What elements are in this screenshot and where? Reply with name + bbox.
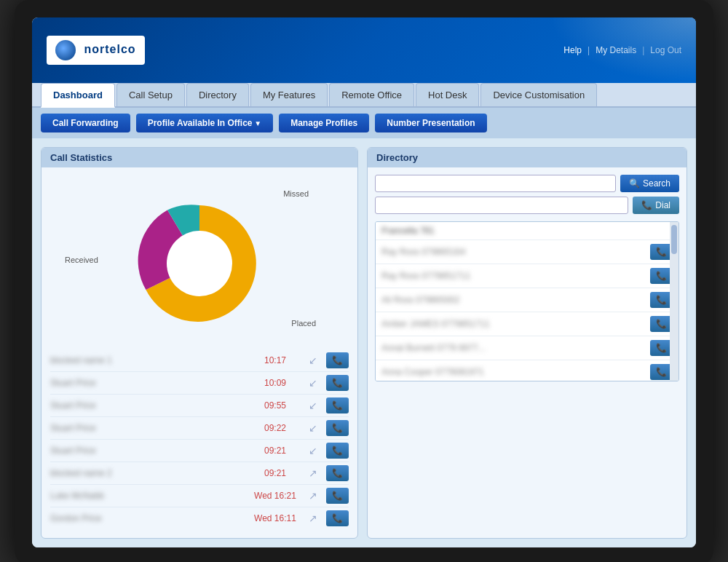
call-direction-icon: ↗ xyxy=(304,512,322,524)
tab-remote-office[interactable]: Remote Office xyxy=(329,83,414,106)
call-time: 10:09 xyxy=(246,378,304,388)
tab-hot-desk[interactable]: Hot Desk xyxy=(416,83,479,106)
header-links: Help | My Details | Log Out xyxy=(563,45,681,55)
dir-item-name: Ray Ross 079865164 xyxy=(381,247,646,257)
call-name: Gordon Price xyxy=(50,513,246,523)
app-window: nortelco Help | My Details | Log Out Das… xyxy=(32,17,696,547)
search-button[interactable]: 🔍 Search xyxy=(620,175,679,192)
dir-item-name: Amber JAMES 0779851711 xyxy=(381,319,646,329)
call-item: Stuart Price 10:09 ↙ 📞 xyxy=(50,372,349,395)
action-bar: Call Forwarding Profile Available In Off… xyxy=(32,108,696,138)
dir-item-name: Anna Cooper 0779081971 xyxy=(381,367,646,377)
search-input[interactable] xyxy=(375,175,616,192)
list-item: Ray Ross 079865164 📞 xyxy=(376,240,678,264)
directory-header: Directory xyxy=(368,148,687,167)
call-button[interactable]: 📞 xyxy=(326,465,349,481)
dial-phone-icon: 📞 xyxy=(641,200,652,210)
directory-panel: Directory 🔍 Search 📞 Dial xyxy=(367,147,687,539)
donut-hole xyxy=(167,231,232,296)
manage-profiles-button[interactable]: Manage Profiles xyxy=(279,114,369,132)
call-forwarding-button[interactable]: Call Forwarding xyxy=(41,114,130,132)
call-direction-icon: ↙ xyxy=(304,422,322,434)
call-button[interactable]: 📞 xyxy=(326,375,349,391)
header: nortelco Help | My Details | Log Out xyxy=(32,17,696,83)
call-time: 09:55 xyxy=(246,400,304,411)
call-item: Gordon Price Wed 16:11 ↗ 📞 xyxy=(50,507,349,529)
call-name: Stuart Price xyxy=(50,446,246,456)
call-direction-icon: ↙ xyxy=(304,445,322,456)
call-button[interactable]: 📞 xyxy=(326,352,349,368)
call-direction-icon: ↗ xyxy=(304,467,322,479)
dir-item-header: Francella 781 xyxy=(376,222,678,240)
search-row: 🔍 Search xyxy=(375,175,679,192)
tab-dashboard[interactable]: Dashboard xyxy=(41,83,115,108)
call-time: 09:21 xyxy=(246,446,304,456)
call-name: Stuart Price xyxy=(50,423,246,433)
call-item: Stuart Price 09:22 ↙ 📞 xyxy=(50,417,349,440)
call-name: Stuart Price xyxy=(50,378,246,388)
call-item: Luke McNabb Wed 16:21 ↗ 📞 xyxy=(50,485,349,507)
call-statistics-body: Missed Placed Received blocked name 1 10… xyxy=(41,167,357,538)
dial-button[interactable]: 📞 Dial xyxy=(633,197,679,214)
call-direction-icon: ↙ xyxy=(304,355,322,366)
call-direction-icon: ↗ xyxy=(304,490,322,502)
call-time: Wed 16:21 xyxy=(246,491,304,501)
list-item: Anna Cooper 0779081971 📞 xyxy=(376,360,678,381)
my-details-link[interactable]: My Details xyxy=(596,45,636,55)
number-presentation-button[interactable]: Number Presentation xyxy=(375,114,486,132)
dir-item-name: Annal Burnett 0779 8977... xyxy=(381,343,646,353)
scrollbar-track xyxy=(670,222,678,381)
tab-call-setup[interactable]: Call Setup xyxy=(116,83,185,106)
call-name: Stuart Price xyxy=(50,400,246,411)
sep1: | xyxy=(587,45,590,55)
call-item: Stuart Price 09:21 ↙ 📞 xyxy=(50,440,349,462)
call-time: Wed 16:11 xyxy=(246,513,304,523)
tab-my-features[interactable]: My Features xyxy=(250,83,328,106)
call-item: Stuart Price 09:55 ↙ 📞 xyxy=(50,395,349,417)
scrollbar-thumb[interactable] xyxy=(671,225,677,254)
log-out-link[interactable]: Log Out xyxy=(650,45,681,55)
sep2: | xyxy=(642,45,644,55)
profile-available-button[interactable]: Profile Available In Office xyxy=(136,114,274,132)
donut-chart xyxy=(127,191,272,336)
search-icon: 🔍 xyxy=(629,178,640,189)
label-placed: Placed xyxy=(291,319,316,328)
main-content: Call Statistics xyxy=(32,138,696,547)
call-statistics-panel: Call Statistics xyxy=(41,147,358,539)
label-received: Received xyxy=(65,256,98,264)
logo-text: nortelco xyxy=(84,43,135,55)
call-direction-icon: ↙ xyxy=(304,377,322,389)
call-item: blocked name 1 10:17 ↙ 📞 xyxy=(50,349,349,372)
dial-row: 📞 Dial xyxy=(375,197,679,214)
device-frame: nortelco Help | My Details | Log Out Das… xyxy=(15,0,713,562)
label-missed: Missed xyxy=(283,189,309,198)
list-item: Annal Burnett 0779 8977... 📞 xyxy=(376,336,678,360)
call-direction-icon: ↙ xyxy=(304,400,322,411)
help-link[interactable]: Help xyxy=(563,45,582,55)
call-time: 09:21 xyxy=(246,468,304,478)
tab-directory[interactable]: Directory xyxy=(186,83,249,106)
list-item: Amber JAMES 0779851711 📞 xyxy=(376,312,678,336)
call-button[interactable]: 📞 xyxy=(326,488,349,504)
call-button[interactable]: 📞 xyxy=(326,443,349,459)
call-name: blocked name 2 xyxy=(50,468,246,478)
directory-search-area: 🔍 Search 📞 Dial xyxy=(368,167,687,221)
tab-device-customisation[interactable]: Device Customisation xyxy=(480,83,597,106)
call-time: 10:17 xyxy=(246,355,304,365)
call-button[interactable]: 📞 xyxy=(326,510,349,526)
dir-item-name: Ray Ross 0779851711 xyxy=(381,271,646,281)
call-button[interactable]: 📞 xyxy=(326,420,349,436)
list-item: Ali Ross 079865002 📞 xyxy=(376,288,678,312)
call-name: Luke McNabb xyxy=(50,491,246,501)
logo-globe-icon xyxy=(55,40,76,60)
call-time: 09:22 xyxy=(246,423,304,433)
call-statistics-header: Call Statistics xyxy=(41,148,357,167)
dir-item-name: Francella 781 xyxy=(381,226,673,236)
call-list: blocked name 1 10:17 ↙ 📞 Stuart Price 10… xyxy=(50,349,349,529)
nav-bar: Dashboard Call Setup Directory My Featur… xyxy=(32,83,696,108)
list-item: Ray Ross 0779851711 📞 xyxy=(376,264,678,288)
call-button[interactable]: 📞 xyxy=(326,397,349,413)
call-item: blocked name 2 09:21 ↗ 📞 xyxy=(50,462,349,485)
dial-input[interactable] xyxy=(375,197,628,214)
call-name: blocked name 1 xyxy=(50,355,246,365)
